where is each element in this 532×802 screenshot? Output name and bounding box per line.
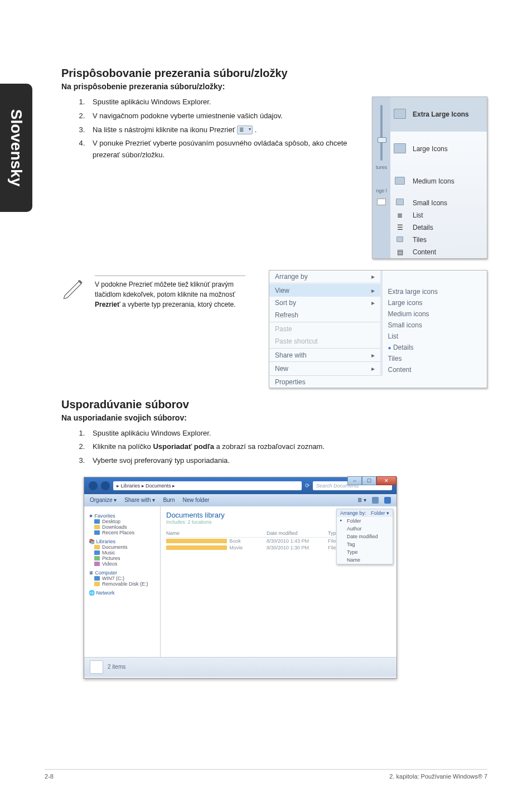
nav-pane: ★ Favorites Desktop Downloads Recent Pla… — [84, 506, 161, 657]
menu-tiles[interactable]: Tiles — [409, 234, 487, 246]
ctx-view-tiles[interactable]: Tiles — [383, 353, 487, 364]
menu-details[interactable]: Details — [409, 221, 487, 234]
view-size-menu: tures nge l Extra Large Icons Large Icon… — [372, 96, 487, 259]
nav-back-button[interactable] — [89, 481, 98, 490]
view-mode-icon[interactable]: ≣ ▾ — [357, 497, 366, 503]
nav-computer[interactable]: 🖥 Computer — [89, 570, 156, 576]
note-text: V podokne Prezrieť môžete tiež kliknúť p… — [95, 276, 245, 310]
ctx-view-m[interactable]: Medium icons — [383, 308, 487, 320]
folder-thumb-icon — [377, 199, 386, 205]
small-icons-icon — [396, 199, 404, 205]
folder-icon — [166, 545, 227, 550]
nav-downloads[interactable]: Downloads — [94, 524, 156, 530]
tool-organize[interactable]: Organize ▾ — [90, 497, 117, 503]
ctx-view-details[interactable]: ● Details — [383, 342, 487, 353]
step-b3: Vyberte svoj preferovaný typ usporiadani… — [87, 455, 487, 467]
nav-desktop[interactable]: Desktop — [94, 519, 156, 524]
col-date[interactable]: Date modified — [267, 530, 328, 536]
ctx-paste: Paste — [269, 323, 361, 335]
ctx-share-with[interactable]: Share with — [269, 349, 361, 362]
tool-burn[interactable]: Burn — [163, 497, 175, 503]
ctx-sort-by[interactable]: Sort by — [269, 297, 361, 309]
arrange-opt-author[interactable]: Author — [337, 525, 393, 533]
ctx-properties[interactable]: Properties — [269, 376, 361, 388]
nav-recent[interactable]: Recent Places — [94, 530, 156, 535]
ctx-view-l[interactable]: Large icons — [383, 297, 487, 308]
note-block: V podokne Prezrieť môžete tiež kliknúť p… — [61, 276, 258, 310]
toolbar: Organize ▾ Share with ▾ Burn New folder … — [84, 494, 396, 506]
large-icons-icon — [394, 143, 406, 153]
arrange-by-panel: Arrange by:Folder ▾ Folder Author Date m… — [336, 509, 393, 564]
ctx-arrange-by[interactable]: Arrange by — [269, 270, 361, 283]
minimize-button[interactable]: – — [347, 476, 362, 485]
ctx-view-s[interactable]: Small icons — [383, 320, 487, 331]
status-text: 2 items — [108, 664, 125, 670]
close-button[interactable]: ✕ — [376, 476, 396, 485]
arrange-opt-type[interactable]: Type — [337, 548, 393, 556]
help-icon[interactable] — [384, 497, 391, 504]
folder-icon — [166, 539, 227, 543]
ctx-new[interactable]: New — [269, 363, 361, 375]
nav-documents[interactable]: Documents — [94, 544, 156, 550]
arrange-opt-name[interactable]: Name — [337, 556, 393, 564]
step-1: Spustite aplikáciu Windows Explorer. — [87, 96, 349, 108]
page-number: 2-8 — [45, 773, 54, 780]
context-menu: Arrange by▸ Extra large icons Large icon… — [269, 270, 487, 388]
step-4: V ponuke Prezrieť vyberte posúvaním posu… — [87, 138, 349, 161]
nav-music[interactable]: Music — [94, 550, 156, 555]
content-icon: ▤ — [397, 248, 403, 256]
nav-pictures[interactable]: Pictures — [94, 555, 156, 561]
nav-forward-button[interactable] — [101, 481, 110, 490]
nav-videos[interactable]: Videos — [94, 561, 156, 567]
subheading-customize-view: Na prispôsobenie prezerania súboru/zložk… — [61, 82, 487, 91]
details-icon: ☰ — [397, 224, 403, 231]
address-bar[interactable]: ▸ Libraries ▸ Documents ▸ — [113, 481, 302, 490]
list-icon: ≣ — [397, 211, 403, 219]
view-dropdown-icon[interactable] — [237, 125, 253, 134]
tool-new-folder[interactable]: New folder — [183, 497, 210, 503]
ctx-refresh[interactable]: Refresh — [269, 309, 361, 322]
arrange-opt-date[interactable]: Date modified — [337, 533, 393, 540]
step-b2: Kliknite na políčko Usporiadať podľa a z… — [87, 441, 487, 453]
menu-list[interactable]: List — [409, 209, 487, 221]
heading-arrange-files: Usporadúvanie súborov — [61, 398, 487, 411]
view-slider-thumb[interactable] — [378, 137, 386, 143]
menu-small-icons[interactable]: Small Icons — [409, 196, 487, 209]
status-bar: 2 items — [84, 657, 396, 677]
arrange-opt-tag[interactable]: Tag — [337, 540, 393, 548]
chapter-label: 2. kapitola: Používanie Windows® 7 — [389, 773, 487, 780]
refresh-icon[interactable]: ⟳ — [305, 482, 309, 489]
nav-network[interactable]: 🌐 Network — [89, 590, 156, 596]
pencil-icon — [61, 276, 85, 299]
bullet-icon: ● — [388, 345, 391, 351]
menu-content[interactable]: Content — [409, 246, 487, 258]
tool-share[interactable]: Share with ▾ — [124, 497, 155, 503]
ctx-view-content[interactable]: Content — [383, 364, 487, 375]
side-language-label: Slovensky — [7, 109, 25, 187]
arrange-opt-folder[interactable]: Folder — [337, 517, 393, 525]
tiles-icon — [396, 236, 403, 242]
nav-drive-c[interactable]: WIN7 (C:) — [94, 576, 156, 581]
ctx-view[interactable]: View — [269, 284, 361, 296]
step-b1: Spustite aplikáciu Windows Explorer. — [87, 428, 487, 439]
ctx-view-xl[interactable]: Extra large icons — [383, 286, 487, 297]
nav-libraries[interactable]: 📚 Libraries — [89, 539, 156, 544]
explorer-window: – ☐ ✕ ▸ Libraries ▸ Documents ▸ ⟳ Search… — [84, 477, 397, 679]
menu-large-icons[interactable]: Large Icons — [409, 132, 487, 166]
menu-extra-large-icons[interactable]: Extra Large Icons — [409, 97, 487, 132]
maximize-button[interactable]: ☐ — [362, 476, 376, 485]
subheading-arrange-files: Na usporiadanie svojich súborov: — [61, 413, 487, 422]
preview-pane-icon[interactable] — [372, 497, 379, 504]
side-language-tab: Slovensky — [0, 84, 32, 212]
file-list-pane: Documents library Includes: 2 locations … — [161, 506, 396, 657]
ctx-view-list[interactable]: List — [383, 331, 487, 342]
col-name[interactable]: Name — [166, 530, 267, 536]
menu-medium-icons[interactable]: Medium Icons — [409, 166, 487, 196]
nav-favorites[interactable]: ★ Favorites — [89, 513, 156, 519]
extra-large-icons-icon — [394, 109, 406, 119]
page-footer: 2-8 2. kapitola: Používanie Windows® 7 — [45, 769, 487, 780]
arrange-by-dropdown[interactable]: Arrange by:Folder ▾ — [337, 509, 393, 517]
status-icon — [90, 660, 103, 674]
nav-removable[interactable]: Removable Disk (E:) — [94, 581, 156, 587]
ctx-paste-shortcut: Paste shortcut — [269, 335, 361, 348]
